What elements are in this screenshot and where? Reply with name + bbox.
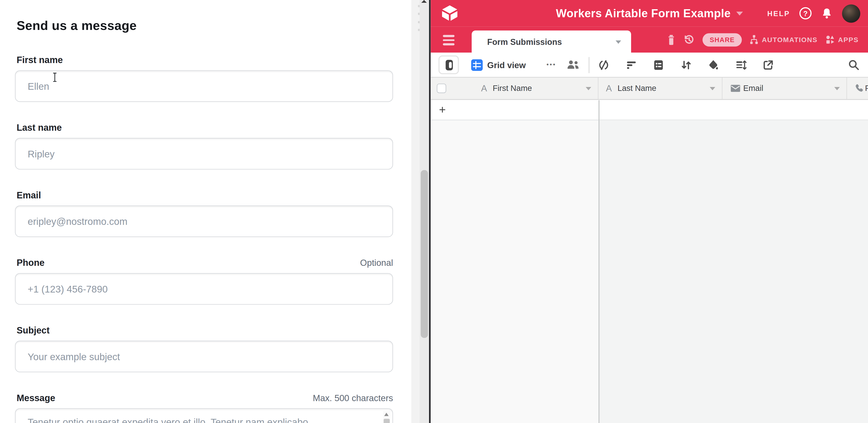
- frozen-column-divider: [598, 100, 599, 423]
- automations-label: AUTOMATIONS: [762, 36, 817, 43]
- column-header-last-name[interactable]: A Last Name: [599, 78, 723, 99]
- tabsbar-right-cluster: SHARE AUTOMATIONS: [667, 27, 859, 53]
- phone-placeholder: +1 (123) 456-7890: [16, 274, 392, 305]
- column-header-phone[interactable]: Phone: [848, 78, 868, 99]
- view-options-ellipsis-button[interactable]: •••: [541, 53, 561, 77]
- scrollbar-up-arrow-icon[interactable]: [421, 0, 427, 3]
- notifications-bell-icon[interactable]: [821, 7, 833, 20]
- left-window-gutter: [411, 0, 429, 423]
- select-all-checkbox[interactable]: [437, 84, 446, 93]
- base-title: Workers Airtable Form Example: [556, 7, 731, 20]
- apps-button[interactable]: APPS: [825, 35, 859, 44]
- column-header-first-name[interactable]: A First Name: [431, 78, 598, 99]
- hide-fields-icon[interactable]: [590, 53, 618, 78]
- automations-flowchart-icon: [749, 35, 758, 44]
- topbar-right-cluster: HELP ?: [767, 0, 860, 27]
- automations-button[interactable]: AUTOMATIONS: [749, 35, 817, 44]
- view-toolbar: Grid view •••: [431, 53, 868, 78]
- window-scrollbar-track: [420, 0, 429, 423]
- screen: Send us a message First name Ellen Last …: [0, 0, 868, 423]
- trash-icon[interactable]: [667, 34, 676, 45]
- column-name: Last Name: [618, 78, 656, 99]
- contact-form-pane: Send us a message First name Ellen Last …: [0, 0, 411, 423]
- message-label: Message: [15, 393, 55, 403]
- airtable-window: Workers Airtable Form Example HELP ? For…: [431, 0, 868, 423]
- column-header-email[interactable]: Email: [723, 78, 847, 99]
- message-text: Tenetur optio quaerat expedita vero et i…: [16, 409, 392, 423]
- grid-body: [599, 121, 868, 423]
- email-input[interactable]: eripley@nostromo.com: [15, 206, 393, 237]
- first-name-placeholder: Ellen: [16, 71, 392, 102]
- add-row[interactable]: +: [431, 100, 868, 120]
- last-name-input[interactable]: Ripley: [15, 138, 393, 170]
- email-label: Email: [15, 190, 41, 201]
- toolbar-icon-row: [590, 53, 782, 78]
- phone-optional-hint: Optional: [360, 258, 393, 268]
- apps-shapes-icon: [825, 35, 835, 44]
- subject-input[interactable]: Your example subject: [15, 341, 393, 372]
- collaborators-icon[interactable]: [566, 59, 580, 70]
- chevron-down-icon: [616, 40, 621, 44]
- message-textarea[interactable]: Tenetur optio quaerat expedita vero et i…: [15, 408, 393, 423]
- chevron-down-icon[interactable]: [834, 87, 840, 90]
- message-maxchars-hint: Max. 500 characters: [313, 393, 393, 403]
- message-scrollbar[interactable]: [383, 411, 390, 423]
- row-height-icon[interactable]: [727, 53, 754, 78]
- phone-label: Phone: [15, 258, 44, 268]
- help-button[interactable]: HELP: [767, 9, 790, 18]
- user-avatar[interactable]: [842, 4, 860, 22]
- help-question-icon[interactable]: ?: [800, 7, 812, 19]
- sort-icon[interactable]: [672, 53, 700, 78]
- subject-placeholder: Your example subject: [16, 341, 392, 372]
- last-name-placeholder: Ripley: [16, 139, 392, 170]
- group-icon[interactable]: [645, 53, 672, 78]
- text-field-icon: A: [481, 78, 487, 99]
- message-scrollbar-thumb[interactable]: [384, 419, 390, 423]
- window-scrollbar-thumb[interactable]: [421, 170, 428, 338]
- tab-form-submissions[interactable]: Form Submissions: [472, 30, 631, 53]
- share-button[interactable]: SHARE: [703, 33, 742, 46]
- email-placeholder: eripley@nostromo.com: [16, 206, 392, 237]
- view-sidebar-toggle-button[interactable]: [438, 56, 459, 74]
- view-name-button[interactable]: Grid view: [487, 53, 526, 78]
- column-name: Phone: [865, 78, 868, 99]
- form-title: Send us a message: [17, 18, 136, 33]
- first-name-input[interactable]: Ellen: [15, 70, 393, 102]
- email-field-icon: [731, 85, 740, 92]
- grid-column-headers: A First Name A Last Name Email: [431, 78, 868, 100]
- column-name: Email: [743, 78, 763, 99]
- phone-field-icon: [855, 84, 863, 92]
- chevron-down-icon[interactable]: [710, 87, 715, 90]
- chevron-down-icon[interactable]: [586, 87, 591, 90]
- phone-input[interactable]: +1 (123) 456-7890: [15, 273, 393, 305]
- text-field-icon: A: [606, 78, 612, 99]
- apps-label: APPS: [838, 36, 859, 43]
- grid-body-frozen: [431, 121, 598, 423]
- table-tab-label: Form Submissions: [487, 30, 562, 53]
- window-divider: [429, 0, 431, 423]
- toolbar-divider: [589, 57, 589, 73]
- share-view-icon[interactable]: [754, 53, 782, 78]
- first-name-label: First name: [15, 55, 63, 65]
- add-row-plus-icon[interactable]: +: [439, 100, 446, 119]
- sidebar-toggle-icon: [446, 60, 453, 70]
- filter-icon[interactable]: [618, 53, 645, 78]
- color-fill-icon[interactable]: [700, 53, 727, 78]
- subject-label: Subject: [15, 325, 50, 336]
- text-cursor-icon: [52, 72, 58, 82]
- column-name: First Name: [493, 78, 532, 99]
- history-icon[interactable]: [683, 34, 695, 46]
- search-icon[interactable]: [847, 59, 860, 71]
- airtable-topbar: Workers Airtable Form Example HELP ?: [431, 0, 868, 27]
- table-tabs-bar: Form Submissions: [431, 27, 868, 53]
- last-name-label: Last name: [15, 122, 62, 133]
- menu-hamburger-icon[interactable]: [443, 35, 455, 46]
- chevron-down-icon: [736, 11, 743, 15]
- grid-view-icon: [471, 59, 483, 71]
- scroll-up-arrow-icon[interactable]: [384, 413, 389, 416]
